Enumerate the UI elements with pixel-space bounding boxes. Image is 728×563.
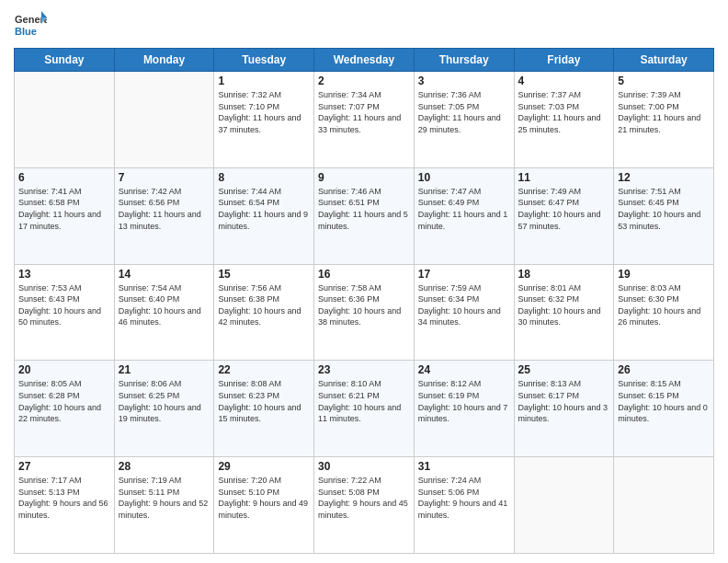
day-number: 22	[218, 363, 310, 376]
calendar-cell: 22Sunrise: 8:08 AM Sunset: 6:23 PM Dayli…	[214, 361, 314, 457]
day-number: 19	[618, 268, 710, 281]
calendar-cell: 23Sunrise: 8:10 AM Sunset: 6:21 PM Dayli…	[314, 361, 415, 457]
day-number: 28	[119, 460, 210, 473]
day-number: 25	[518, 363, 610, 376]
day-info: Sunrise: 8:06 AM Sunset: 6:25 PM Dayligh…	[119, 378, 210, 424]
calendar-cell: 11Sunrise: 7:49 AM Sunset: 6:47 PM Dayli…	[514, 167, 614, 264]
day-info: Sunrise: 7:34 AM Sunset: 7:07 PM Dayligh…	[318, 89, 410, 135]
logo-svg: General Blue	[14, 9, 47, 42]
day-info: Sunrise: 7:49 AM Sunset: 6:47 PM Dayligh…	[518, 186, 610, 232]
calendar-cell: 18Sunrise: 8:01 AM Sunset: 6:32 PM Dayli…	[514, 264, 614, 361]
day-info: Sunrise: 8:01 AM Sunset: 6:32 PM Dayligh…	[518, 282, 610, 328]
day-number: 24	[418, 363, 510, 376]
day-number: 17	[418, 268, 510, 281]
calendar-cell: 19Sunrise: 8:03 AM Sunset: 6:30 PM Dayli…	[614, 264, 714, 361]
day-info: Sunrise: 7:42 AM Sunset: 6:56 PM Dayligh…	[119, 186, 210, 232]
calendar-cell: 6Sunrise: 7:41 AM Sunset: 6:58 PM Daylig…	[15, 167, 115, 264]
calendar-cell: 15Sunrise: 7:56 AM Sunset: 6:38 PM Dayli…	[214, 264, 314, 361]
day-number: 13	[18, 268, 110, 281]
day-info: Sunrise: 7:56 AM Sunset: 6:38 PM Dayligh…	[218, 282, 310, 328]
day-header-saturday: Saturday	[614, 49, 714, 72]
calendar-cell: 5Sunrise: 7:39 AM Sunset: 7:00 PM Daylig…	[614, 72, 714, 168]
calendar-cell: 14Sunrise: 7:54 AM Sunset: 6:40 PM Dayli…	[114, 264, 214, 361]
calendar-cell: 31Sunrise: 7:24 AM Sunset: 5:06 PM Dayli…	[414, 457, 514, 554]
day-number: 6	[18, 171, 110, 184]
header: General Blue	[14, 9, 714, 42]
calendar-cell	[614, 457, 714, 554]
day-header-friday: Friday	[514, 49, 614, 72]
day-info: Sunrise: 7:44 AM Sunset: 6:54 PM Dayligh…	[218, 186, 310, 232]
day-number: 2	[318, 75, 410, 87]
day-header-monday: Monday	[114, 49, 214, 72]
day-number: 5	[618, 75, 710, 87]
day-info: Sunrise: 8:08 AM Sunset: 6:23 PM Dayligh…	[218, 378, 310, 424]
calendar-header-row: SundayMondayTuesdayWednesdayThursdayFrid…	[15, 49, 714, 72]
day-info: Sunrise: 7:32 AM Sunset: 7:10 PM Dayligh…	[218, 89, 310, 135]
calendar-cell: 4Sunrise: 7:37 AM Sunset: 7:03 PM Daylig…	[514, 72, 614, 168]
calendar-cell: 16Sunrise: 7:58 AM Sunset: 6:36 PM Dayli…	[314, 264, 415, 361]
day-info: Sunrise: 7:54 AM Sunset: 6:40 PM Dayligh…	[119, 282, 210, 328]
day-number: 3	[418, 75, 510, 87]
day-info: Sunrise: 7:36 AM Sunset: 7:05 PM Dayligh…	[418, 89, 510, 135]
calendar-cell: 13Sunrise: 7:53 AM Sunset: 6:43 PM Dayli…	[15, 264, 115, 361]
day-info: Sunrise: 7:58 AM Sunset: 6:36 PM Dayligh…	[318, 282, 410, 328]
day-header-tuesday: Tuesday	[214, 49, 314, 72]
svg-text:Blue: Blue	[15, 26, 37, 37]
day-number: 26	[618, 363, 710, 376]
day-number: 10	[418, 171, 510, 184]
day-info: Sunrise: 7:51 AM Sunset: 6:45 PM Dayligh…	[618, 186, 710, 232]
day-info: Sunrise: 7:46 AM Sunset: 6:51 PM Dayligh…	[318, 186, 410, 232]
day-number: 1	[218, 75, 310, 87]
day-info: Sunrise: 7:39 AM Sunset: 7:00 PM Dayligh…	[618, 89, 710, 135]
day-info: Sunrise: 8:05 AM Sunset: 6:28 PM Dayligh…	[18, 378, 110, 424]
day-info: Sunrise: 7:41 AM Sunset: 6:58 PM Dayligh…	[18, 186, 110, 232]
calendar-cell	[15, 72, 115, 168]
day-info: Sunrise: 7:37 AM Sunset: 7:03 PM Dayligh…	[518, 89, 610, 135]
day-info: Sunrise: 7:20 AM Sunset: 5:10 PM Dayligh…	[218, 475, 310, 521]
day-header-wednesday: Wednesday	[314, 49, 415, 72]
calendar-week-4: 20Sunrise: 8:05 AM Sunset: 6:28 PM Dayli…	[15, 361, 714, 457]
day-number: 15	[218, 268, 310, 281]
calendar-cell: 8Sunrise: 7:44 AM Sunset: 6:54 PM Daylig…	[214, 167, 314, 264]
day-info: Sunrise: 7:59 AM Sunset: 6:34 PM Dayligh…	[418, 282, 510, 328]
day-number: 7	[119, 171, 210, 184]
calendar-cell: 1Sunrise: 7:32 AM Sunset: 7:10 PM Daylig…	[214, 72, 314, 168]
calendar-cell: 12Sunrise: 7:51 AM Sunset: 6:45 PM Dayli…	[614, 167, 714, 264]
calendar-cell	[114, 72, 214, 168]
calendar-week-5: 27Sunrise: 7:17 AM Sunset: 5:13 PM Dayli…	[15, 457, 714, 554]
day-info: Sunrise: 7:22 AM Sunset: 5:08 PM Dayligh…	[318, 475, 410, 521]
calendar-table: SundayMondayTuesdayWednesdayThursdayFrid…	[14, 48, 714, 554]
day-info: Sunrise: 8:03 AM Sunset: 6:30 PM Dayligh…	[618, 282, 710, 328]
calendar-cell: 25Sunrise: 8:13 AM Sunset: 6:17 PM Dayli…	[514, 361, 614, 457]
day-info: Sunrise: 8:12 AM Sunset: 6:19 PM Dayligh…	[418, 378, 510, 424]
day-info: Sunrise: 7:17 AM Sunset: 5:13 PM Dayligh…	[18, 475, 110, 521]
calendar-cell: 20Sunrise: 8:05 AM Sunset: 6:28 PM Dayli…	[15, 361, 115, 457]
day-number: 30	[318, 460, 410, 473]
day-number: 16	[318, 268, 410, 281]
day-number: 11	[518, 171, 610, 184]
calendar-cell: 3Sunrise: 7:36 AM Sunset: 7:05 PM Daylig…	[414, 72, 514, 168]
day-info: Sunrise: 7:19 AM Sunset: 5:11 PM Dayligh…	[119, 475, 210, 521]
calendar-cell: 24Sunrise: 8:12 AM Sunset: 6:19 PM Dayli…	[414, 361, 514, 457]
calendar-cell: 2Sunrise: 7:34 AM Sunset: 7:07 PM Daylig…	[314, 72, 415, 168]
day-number: 23	[318, 363, 410, 376]
day-info: Sunrise: 8:10 AM Sunset: 6:21 PM Dayligh…	[318, 378, 410, 424]
calendar-cell: 17Sunrise: 7:59 AM Sunset: 6:34 PM Dayli…	[414, 264, 514, 361]
day-number: 29	[218, 460, 310, 473]
day-number: 20	[18, 363, 110, 376]
calendar-cell: 27Sunrise: 7:17 AM Sunset: 5:13 PM Dayli…	[15, 457, 115, 554]
logo: General Blue	[14, 9, 47, 42]
day-info: Sunrise: 8:13 AM Sunset: 6:17 PM Dayligh…	[518, 378, 610, 424]
day-number: 31	[418, 460, 510, 473]
day-number: 21	[119, 363, 210, 376]
calendar-cell: 10Sunrise: 7:47 AM Sunset: 6:49 PM Dayli…	[414, 167, 514, 264]
day-number: 8	[218, 171, 310, 184]
page: General Blue SundayMondayTuesdayWednesda…	[0, 0, 728, 563]
calendar-week-2: 6Sunrise: 7:41 AM Sunset: 6:58 PM Daylig…	[15, 167, 714, 264]
calendar-week-1: 1Sunrise: 7:32 AM Sunset: 7:10 PM Daylig…	[15, 72, 714, 168]
calendar-cell	[514, 457, 614, 554]
calendar-cell: 9Sunrise: 7:46 AM Sunset: 6:51 PM Daylig…	[314, 167, 415, 264]
day-number: 18	[518, 268, 610, 281]
calendar-cell: 26Sunrise: 8:15 AM Sunset: 6:15 PM Dayli…	[614, 361, 714, 457]
day-number: 9	[318, 171, 410, 184]
